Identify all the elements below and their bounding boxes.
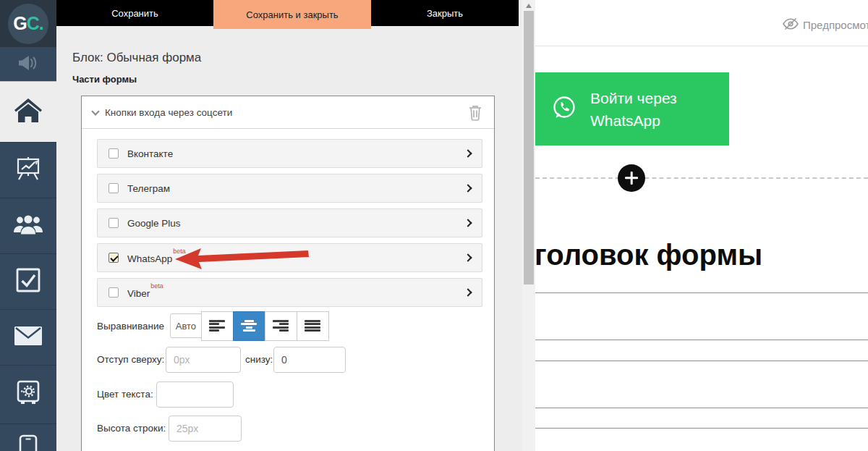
social-row-vkontakte[interactable]: Вконтакте (97, 139, 482, 168)
safe-gear-icon (15, 380, 41, 409)
social-buttons-group-header[interactable]: Кнопки входа через соцсети (82, 96, 494, 129)
chevron-right-icon (464, 219, 472, 227)
red-annotation-arrow (174, 246, 311, 274)
align-justify-button[interactable] (297, 311, 329, 341)
chevron-right-icon (464, 149, 472, 157)
chevron-right-icon (464, 253, 472, 261)
preview-label: Предпросмотр (803, 19, 868, 31)
line-height-row: Высота строки: (82, 416, 495, 442)
checkbox-vkontakte[interactable] (109, 148, 119, 159)
vertical-scrollbar[interactable] (522, 0, 535, 451)
preview-toggle[interactable]: Предпросмотр (783, 17, 868, 33)
save-and-close-button[interactable]: Сохранить и закрыть (213, 0, 371, 29)
align-left-button[interactable] (201, 311, 234, 341)
line-height-input[interactable] (169, 416, 242, 442)
social-row-viber[interactable]: Viberbeta (97, 278, 482, 307)
chevron-right-icon (464, 288, 472, 296)
sidebar-item-mobile[interactable] (0, 423, 56, 451)
users-icon (13, 213, 43, 239)
checkbox-viber[interactable] (109, 287, 119, 298)
sidebar-item-users[interactable] (0, 198, 56, 253)
save-button[interactable]: Сохранить (56, 0, 213, 26)
block-title: Блок: Обычная форма (72, 51, 201, 65)
logo-text-g: G (13, 13, 26, 34)
form-field-placeholder (535, 292, 868, 340)
alignment-auto-button[interactable]: Авто (170, 313, 202, 338)
align-center-icon (241, 320, 257, 332)
sidebar-item-announcements[interactable] (0, 47, 56, 81)
chevron-right-icon (464, 184, 472, 192)
social-label: Вконтакте (127, 148, 173, 159)
megaphone-icon (16, 54, 41, 75)
screen: GC. (0, 0, 868, 451)
align-right-icon (273, 320, 289, 332)
checkbox-whatsapp[interactable] (109, 253, 119, 263)
logo-circle: GC. (8, 4, 48, 44)
alignment-row: Выравнивание Авто (97, 311, 329, 341)
align-center-button[interactable] (233, 311, 265, 341)
social-label: Телеграм (127, 183, 170, 194)
sidebar-item-messages[interactable] (0, 309, 56, 365)
chevron-down-icon (91, 107, 99, 115)
checkbox-icon (15, 267, 41, 296)
sidebar-item-tasks[interactable] (0, 253, 56, 309)
margin-top-input[interactable] (166, 347, 241, 373)
sidebar-item-settings[interactable] (0, 365, 56, 423)
text-color-row: Цвет текста: (82, 382, 495, 408)
form-heading: Заголовок формы (535, 239, 853, 271)
form-field-placeholder (535, 361, 868, 408)
margin-bottom-label: снизу: (245, 354, 273, 365)
align-left-icon (209, 320, 225, 332)
mail-icon (14, 326, 43, 349)
social-label: Google Plus (127, 218, 181, 229)
text-color-input[interactable] (156, 382, 234, 408)
group-title: Кнопки входа через соцсети (105, 96, 232, 129)
close-button[interactable]: Закрыть (371, 0, 519, 26)
chart-board-icon (14, 156, 42, 184)
phone-icon (18, 434, 38, 451)
sidebar-item-analytics[interactable] (0, 142, 56, 198)
checkbox-telegram[interactable] (109, 183, 119, 193)
page-preview: Предпросмотр Войти через WhatsApp Заголо… (535, 0, 868, 451)
alignment-label: Выравнивание (97, 321, 164, 332)
form-parts-label: Части формы (72, 74, 137, 85)
scroll-up-arrow-icon[interactable] (526, 4, 532, 8)
line-height-label: Высота строки: (97, 423, 166, 434)
eye-slash-icon (783, 17, 799, 33)
sidebar: GC. (0, 0, 56, 451)
trash-icon[interactable] (468, 104, 482, 124)
whatsapp-button-text: Войти через WhatsApp (590, 87, 677, 132)
margin-bottom-input[interactable] (273, 347, 346, 373)
margins-row: Отступ сверху: снизу: (82, 347, 495, 373)
add-block-button[interactable] (618, 164, 645, 192)
checkbox-google-plus[interactable] (109, 218, 119, 228)
align-right-button[interactable] (265, 311, 297, 341)
social-row-google-plus[interactable]: Google Plus (97, 208, 482, 237)
logo-text-c: C. (27, 13, 43, 34)
sidebar-item-home[interactable] (0, 81, 56, 142)
logo[interactable]: GC. (0, 0, 56, 47)
block-separator-line (535, 177, 868, 179)
align-justify-icon (305, 320, 320, 332)
form-field-placeholder (535, 428, 868, 451)
whatsapp-icon (550, 93, 579, 125)
text-color-label: Цвет текста: (97, 389, 153, 400)
beta-badge: beta (150, 282, 163, 290)
whatsapp-login-button[interactable]: Войти через WhatsApp (535, 72, 729, 146)
editor-column: Сохранить Сохранить и закрыть Закрыть Бл… (56, 0, 522, 451)
home-icon (14, 98, 43, 126)
margin-top-label: Отступ сверху: (97, 354, 164, 365)
social-label: Viberbeta (127, 287, 163, 299)
scrollbar-thumb[interactable] (524, 11, 534, 284)
preview-topbar: Предпросмотр (535, 0, 868, 46)
social-row-telegram[interactable]: Телеграм (97, 174, 482, 203)
